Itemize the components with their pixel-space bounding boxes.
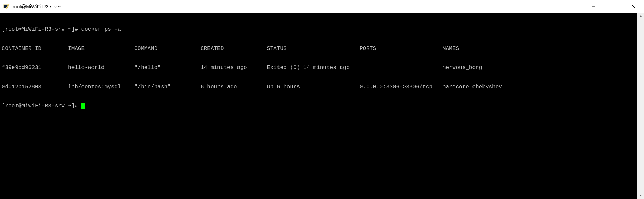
window-title: root@MiWiFi-R3-srv:~ (13, 4, 584, 9)
terminal[interactable]: [root@MiWiFi-R3-srv ~]# docker ps -a CON… (0, 13, 637, 199)
svg-point-2 (8, 4, 9, 5)
terminal-prompt: [root@MiWiFi-R3-srv ~]# (2, 103, 81, 109)
svg-rect-4 (612, 5, 615, 8)
close-button[interactable] (624, 0, 644, 13)
minimize-button[interactable] (584, 0, 604, 13)
terminal-line: [root@MiWiFi-R3-srv ~]# docker ps -a (2, 26, 636, 33)
terminal-line: f39e9cd96231 hello-world "/hello" 14 min… (2, 65, 636, 71)
window-controls (584, 0, 644, 13)
maximize-button[interactable] (604, 0, 624, 13)
svg-rect-1 (4, 6, 5, 6)
scroll-up-button[interactable] (637, 13, 644, 19)
terminal-line: CONTAINER ID IMAGE COMMAND CREATED STATU… (2, 46, 636, 52)
vertical-scrollbar[interactable] (637, 13, 644, 199)
terminal-cursor (81, 103, 85, 109)
terminal-line: 0d012b152803 lnh/centos:mysql "/bin/bash… (2, 84, 636, 91)
scrollbar-track[interactable] (637, 19, 644, 192)
terminal-area: [root@MiWiFi-R3-srv ~]# docker ps -a CON… (0, 13, 644, 199)
scroll-down-button[interactable] (637, 192, 644, 199)
terminal-prompt-line: [root@MiWiFi-R3-srv ~]# (2, 103, 636, 110)
putty-icon (3, 3, 10, 10)
window-titlebar[interactable]: root@MiWiFi-R3-srv:~ (0, 0, 644, 13)
